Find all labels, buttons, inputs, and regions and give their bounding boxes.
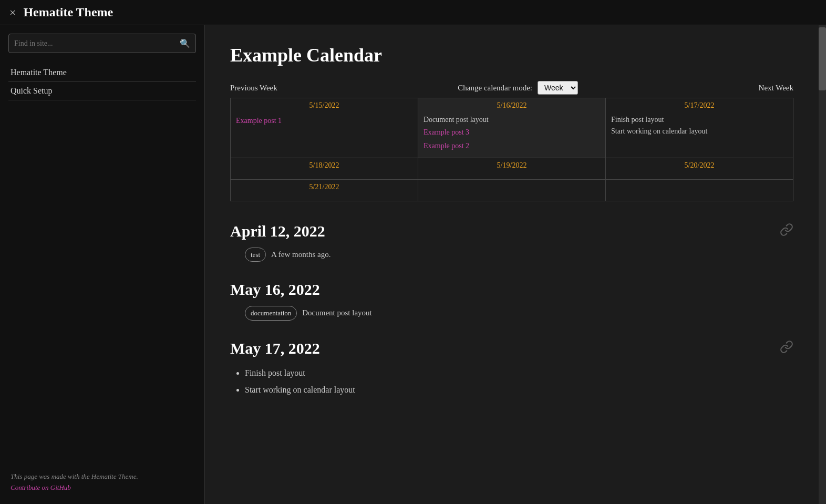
date-0515[interactable]: 5/15/2022 — [236, 101, 412, 110]
calendar-cell-empty-2 — [606, 179, 793, 201]
section-april-12-header: April 12, 2022 — [230, 222, 793, 240]
calendar-cell-0518: 5/18/2022 — [231, 158, 418, 179]
next-week-button[interactable]: Next Week — [759, 84, 793, 92]
content-area: Example Calendar Previous Week Change ca… — [205, 25, 819, 504]
section-heading-april-12: April 12, 2022 — [230, 222, 325, 240]
sidebar: 🔍 Hematite Theme Quick Setup This page w… — [0, 25, 205, 504]
section-may-16-header: May 16, 2022 — [230, 281, 793, 299]
calendar-mode-select[interactable]: Week Month Day — [538, 81, 578, 95]
calendar-cell-0517: 5/17/2022 Finish post layoutStart workin… — [606, 98, 793, 158]
entry-list-may-17: Finish post layout Start working on cale… — [245, 365, 793, 398]
list-item: documentation Document post layout — [245, 306, 793, 320]
event-doc-post-layout: Document post layout — [424, 116, 489, 124]
event-example-post-3[interactable]: Example post 3 — [424, 126, 600, 139]
close-icon[interactable]: × — [9, 7, 16, 18]
date-0518[interactable]: 5/18/2022 — [236, 161, 412, 170]
section-heading-may-17: May 17, 2022 — [230, 340, 320, 357]
entry-finish-post-layout: Finish post layout — [245, 368, 305, 377]
calendar-cell-0519: 5/19/2022 — [418, 158, 606, 179]
app-title: Hematite Theme — [23, 5, 113, 19]
section-may-17-header: May 17, 2022 — [230, 340, 793, 357]
scrollbar-thumb[interactable] — [819, 27, 826, 90]
sidebar-nav: Hematite Theme Quick Setup — [0, 64, 204, 100]
entry-start-calendar-layout: Start working on calendar layout — [245, 385, 355, 394]
list-item: Start working on calendar layout — [245, 382, 793, 398]
calendar-cell-0521: 5/21/2022 — [231, 179, 418, 201]
sidebar-item-quick-setup[interactable]: Quick Setup — [8, 82, 196, 100]
mode-group: Change calendar mode: Week Month Day — [458, 81, 578, 95]
date-0516[interactable]: 5/16/2022 — [424, 101, 600, 110]
tag-documentation: documentation — [245, 306, 297, 320]
scrollbar-track[interactable] — [819, 25, 826, 504]
list-item: test A few months ago. — [245, 248, 793, 262]
footer-text: This page was made with the Hematite The… — [11, 472, 138, 480]
search-button[interactable]: 🔍 — [174, 34, 195, 53]
calendar-cell-empty-1 — [418, 179, 606, 201]
date-0521[interactable]: 5/21/2022 — [236, 183, 412, 191]
calendar-cell-0520: 5/20/2022 — [606, 158, 793, 179]
mode-label: Change calendar mode: — [458, 84, 532, 92]
main-layout: 🔍 Hematite Theme Quick Setup This page w… — [0, 25, 826, 504]
entry-list-april-12: test A few months ago. — [245, 248, 793, 262]
search-input[interactable] — [9, 35, 174, 52]
list-item: Finish post layout — [245, 365, 793, 382]
section-heading-may-16: May 16, 2022 — [230, 281, 320, 299]
calendar-controls: Previous Week Change calendar mode: Week… — [230, 81, 793, 95]
event-example-post-1[interactable]: Example post 1 — [236, 114, 412, 127]
event-example-post-2[interactable]: Example post 2 — [424, 139, 600, 152]
link-icon-april-12[interactable] — [780, 223, 793, 240]
calendar-grid: 5/15/2022 Example post 1 5/16/2022 Docum… — [230, 98, 793, 201]
search-bar[interactable]: 🔍 — [8, 34, 196, 53]
page-title: Example Calendar — [230, 44, 793, 66]
entry-meta-may-16: Document post layout — [302, 306, 371, 320]
calendar-cell-0516: 5/16/2022 Document post layout Example p… — [418, 98, 606, 158]
top-bar: × Hematite Theme — [0, 0, 826, 25]
sidebar-footer: This page was made with the Hematite The… — [0, 461, 204, 504]
calendar-row-3: 5/21/2022 — [231, 179, 793, 201]
event-finish-post-layout: Finish post layoutStart working on calen… — [611, 116, 708, 135]
date-0517[interactable]: 5/17/2022 — [611, 101, 788, 110]
entry-meta-april-12: A few months ago. — [271, 248, 331, 262]
date-0519[interactable]: 5/19/2022 — [424, 161, 600, 170]
calendar-row-1: 5/15/2022 Example post 1 5/16/2022 Docum… — [231, 98, 793, 158]
github-link[interactable]: Contribute on GitHub — [11, 484, 71, 491]
prev-week-button[interactable]: Previous Week — [230, 84, 277, 92]
sidebar-item-hematite-theme[interactable]: Hematite Theme — [8, 64, 196, 82]
entry-list-may-16: documentation Document post layout — [245, 306, 793, 320]
tag-test: test — [245, 248, 266, 262]
calendar-cell-0515: 5/15/2022 Example post 1 — [231, 98, 418, 158]
calendar-row-2: 5/18/2022 5/19/2022 5/20/2022 — [231, 158, 793, 179]
date-0520[interactable]: 5/20/2022 — [611, 161, 788, 170]
link-icon-may-17[interactable] — [780, 340, 793, 357]
